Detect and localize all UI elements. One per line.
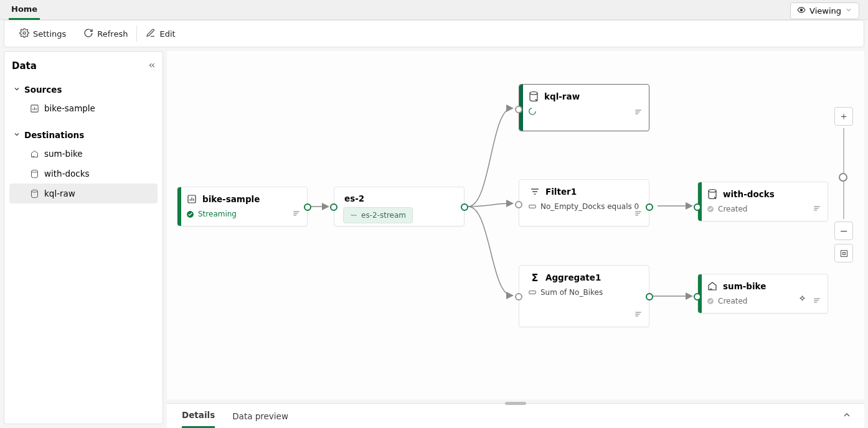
tab-home[interactable]: Home [9, 0, 40, 20]
edit-icon [146, 28, 156, 40]
output-port[interactable] [461, 203, 468, 211]
zoom-in-button[interactable]: ＋ [834, 107, 853, 126]
panel-title: Data [9, 60, 158, 72]
tab-details[interactable]: Details [182, 404, 215, 428]
menu-icon[interactable] [634, 108, 643, 118]
mode-dropdown[interactable]: Viewing [790, 2, 859, 19]
chevron-down-icon [13, 129, 21, 141]
svg-point-20 [529, 108, 536, 115]
menu-icon[interactable] [634, 209, 643, 220]
input-port[interactable] [694, 203, 701, 211]
loading-icon [528, 107, 537, 116]
chart-icon [186, 193, 197, 205]
chevron-down-icon [13, 83, 21, 95]
node-accent [177, 187, 181, 226]
refresh-button[interactable]: Refresh [75, 24, 136, 44]
lakehouse-icon [29, 149, 39, 159]
toolbar: Settings Refresh Edit [4, 20, 864, 47]
lakehouse-icon [707, 281, 718, 292]
stream-pill: es-2-stream [343, 207, 413, 223]
node-with-docks[interactable]: with-docks Created [697, 182, 828, 221]
filter-icon [529, 186, 540, 197]
flow-canvas[interactable]: bike-sample Streaming es-2 [167, 51, 864, 399]
database-icon [707, 188, 718, 200]
svg-point-1 [23, 32, 26, 34]
resize-handle[interactable] [505, 402, 526, 405]
gear-icon [19, 28, 29, 40]
zoom-controls: ＋ − [834, 107, 853, 263]
chart-icon [29, 103, 39, 113]
sidebar-item-kql-raw[interactable]: kql-raw [9, 184, 158, 203]
menu-icon[interactable] [634, 310, 643, 320]
node-es-2[interactable]: es-2 es-2-stream [334, 187, 465, 226]
svg-rect-27 [529, 205, 536, 208]
bottom-tab-bar: Details Data preview [167, 403, 864, 428]
check-circle-icon [707, 205, 714, 213]
sparkle-icon [798, 294, 806, 305]
data-panel: Data Sources bike-sample [4, 51, 163, 424]
svg-rect-36 [529, 291, 536, 294]
svg-point-6 [31, 170, 37, 172]
database-icon [29, 188, 39, 198]
menu-icon[interactable] [813, 296, 821, 307]
database-icon [528, 91, 539, 102]
sidebar-item-bike-sample[interactable]: bike-sample [9, 98, 158, 118]
output-port[interactable] [304, 203, 311, 211]
expand-panel-button[interactable] [842, 410, 852, 422]
zoom-thumb[interactable] [839, 173, 847, 182]
sources-section-header[interactable]: Sources [9, 80, 158, 98]
edit-button[interactable]: Edit [137, 24, 184, 44]
input-port[interactable] [330, 203, 337, 211]
svg-rect-44 [841, 250, 847, 256]
check-circle-icon [707, 297, 714, 305]
zoom-slider[interactable] [843, 128, 844, 219]
field-icon [528, 202, 537, 211]
destinations-section-header[interactable]: Destinations [9, 126, 158, 144]
svg-point-0 [800, 9, 803, 11]
svg-point-31 [709, 190, 716, 193]
input-port[interactable] [515, 293, 522, 300]
output-port[interactable] [646, 293, 653, 300]
collapse-panel-button[interactable] [148, 60, 156, 72]
node-kql-raw[interactable]: kql-raw [519, 84, 649, 131]
node-bike-sample[interactable]: bike-sample Streaming [177, 187, 308, 226]
fit-to-screen-button[interactable] [834, 244, 853, 263]
refresh-icon [83, 28, 93, 40]
node-aggregate1[interactable]: Σ Aggregate1 Sum of No_Bikes [519, 265, 649, 327]
input-port[interactable] [515, 201, 522, 208]
eye-icon [797, 6, 806, 16]
canvas-area: bike-sample Streaming es-2 [167, 47, 868, 428]
database-icon [29, 169, 39, 179]
input-port[interactable] [694, 293, 701, 300]
svg-rect-45 [842, 252, 845, 254]
sidebar-item-with-docks[interactable]: with-docks [9, 164, 158, 184]
menu-icon[interactable] [813, 204, 821, 215]
settings-button[interactable]: Settings [11, 24, 75, 44]
zoom-out-button[interactable]: − [834, 221, 853, 240]
mode-label: Viewing [809, 6, 841, 16]
node-accent [698, 182, 702, 221]
input-port[interactable] [515, 106, 522, 113]
sidebar-item-sum-bike[interactable]: sum-bike [9, 144, 158, 164]
sigma-icon: Σ [529, 272, 540, 283]
svg-point-7 [31, 190, 37, 192]
output-port[interactable] [646, 203, 653, 211]
menu-icon[interactable] [292, 209, 301, 220]
flow-icon [350, 212, 357, 219]
chevron-down-icon [845, 6, 852, 16]
node-filter1[interactable]: Filter1 No_Empty_Docks equals 0 [519, 179, 649, 226]
check-circle-icon [186, 210, 194, 218]
field-icon [528, 288, 537, 297]
top-tab-bar: Home Viewing [0, 0, 868, 20]
tab-data-preview[interactable]: Data preview [232, 405, 288, 427]
node-sum-bike[interactable]: sum-bike Created [697, 274, 828, 314]
svg-point-19 [530, 92, 537, 95]
